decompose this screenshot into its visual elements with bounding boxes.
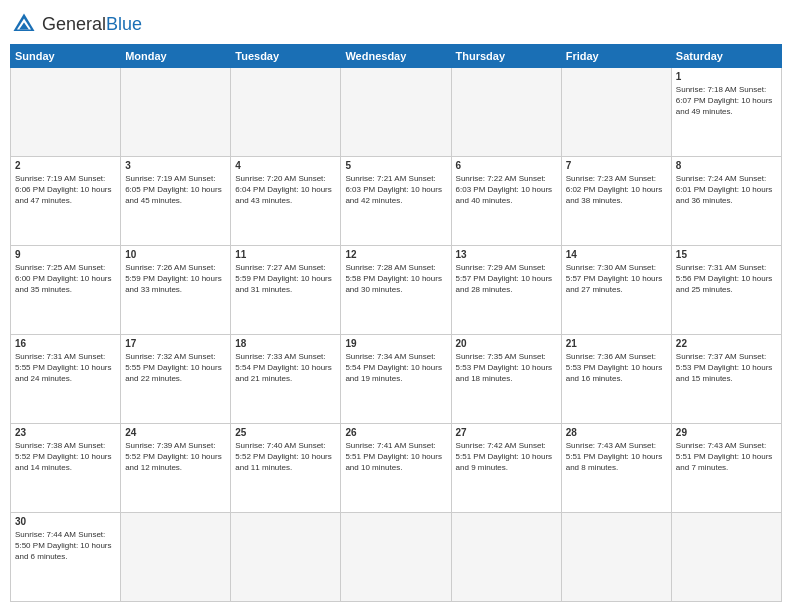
calendar-cell (231, 513, 341, 602)
calendar-cell: 30Sunrise: 7:44 AM Sunset: 5:50 PM Dayli… (11, 513, 121, 602)
day-info: Sunrise: 7:20 AM Sunset: 6:04 PM Dayligh… (235, 173, 336, 207)
day-info: Sunrise: 7:28 AM Sunset: 5:58 PM Dayligh… (345, 262, 446, 296)
day-info: Sunrise: 7:43 AM Sunset: 5:51 PM Dayligh… (566, 440, 667, 474)
day-number: 16 (15, 338, 116, 349)
calendar-cell: 12Sunrise: 7:28 AM Sunset: 5:58 PM Dayli… (341, 246, 451, 335)
day-info: Sunrise: 7:21 AM Sunset: 6:03 PM Dayligh… (345, 173, 446, 207)
calendar-cell: 1Sunrise: 7:18 AM Sunset: 6:07 PM Daylig… (671, 68, 781, 157)
calendar-week-5: 30Sunrise: 7:44 AM Sunset: 5:50 PM Dayli… (11, 513, 782, 602)
calendar-cell: 5Sunrise: 7:21 AM Sunset: 6:03 PM Daylig… (341, 157, 451, 246)
calendar-cell: 8Sunrise: 7:24 AM Sunset: 6:01 PM Daylig… (671, 157, 781, 246)
calendar-table: SundayMondayTuesdayWednesdayThursdayFrid… (10, 44, 782, 602)
calendar-cell: 22Sunrise: 7:37 AM Sunset: 5:53 PM Dayli… (671, 335, 781, 424)
calendar-cell: 27Sunrise: 7:42 AM Sunset: 5:51 PM Dayli… (451, 424, 561, 513)
calendar-cell: 23Sunrise: 7:38 AM Sunset: 5:52 PM Dayli… (11, 424, 121, 513)
calendar-cell: 9Sunrise: 7:25 AM Sunset: 6:00 PM Daylig… (11, 246, 121, 335)
day-number: 11 (235, 249, 336, 260)
logo-icon (10, 10, 38, 38)
day-number: 30 (15, 516, 116, 527)
calendar-header-row: SundayMondayTuesdayWednesdayThursdayFrid… (11, 45, 782, 68)
calendar-header-thursday: Thursday (451, 45, 561, 68)
calendar-cell (561, 513, 671, 602)
day-info: Sunrise: 7:22 AM Sunset: 6:03 PM Dayligh… (456, 173, 557, 207)
calendar-week-3: 16Sunrise: 7:31 AM Sunset: 5:55 PM Dayli… (11, 335, 782, 424)
day-number: 9 (15, 249, 116, 260)
day-info: Sunrise: 7:30 AM Sunset: 5:57 PM Dayligh… (566, 262, 667, 296)
calendar-cell: 13Sunrise: 7:29 AM Sunset: 5:57 PM Dayli… (451, 246, 561, 335)
day-info: Sunrise: 7:23 AM Sunset: 6:02 PM Dayligh… (566, 173, 667, 207)
calendar-header-saturday: Saturday (671, 45, 781, 68)
logo-general-text: General (42, 14, 106, 34)
calendar-cell: 19Sunrise: 7:34 AM Sunset: 5:54 PM Dayli… (341, 335, 451, 424)
day-number: 8 (676, 160, 777, 171)
calendar-cell: 29Sunrise: 7:43 AM Sunset: 5:51 PM Dayli… (671, 424, 781, 513)
day-info: Sunrise: 7:34 AM Sunset: 5:54 PM Dayligh… (345, 351, 446, 385)
calendar-cell (121, 513, 231, 602)
day-info: Sunrise: 7:35 AM Sunset: 5:53 PM Dayligh… (456, 351, 557, 385)
day-number: 12 (345, 249, 446, 260)
calendar-cell: 28Sunrise: 7:43 AM Sunset: 5:51 PM Dayli… (561, 424, 671, 513)
day-info: Sunrise: 7:27 AM Sunset: 5:59 PM Dayligh… (235, 262, 336, 296)
logo-blue-text: Blue (106, 14, 142, 34)
calendar-cell (561, 68, 671, 157)
calendar-cell: 20Sunrise: 7:35 AM Sunset: 5:53 PM Dayli… (451, 335, 561, 424)
day-info: Sunrise: 7:42 AM Sunset: 5:51 PM Dayligh… (456, 440, 557, 474)
day-number: 1 (676, 71, 777, 82)
day-info: Sunrise: 7:31 AM Sunset: 5:55 PM Dayligh… (15, 351, 116, 385)
calendar-cell: 15Sunrise: 7:31 AM Sunset: 5:56 PM Dayli… (671, 246, 781, 335)
day-number: 29 (676, 427, 777, 438)
calendar-cell (341, 513, 451, 602)
calendar-cell: 18Sunrise: 7:33 AM Sunset: 5:54 PM Dayli… (231, 335, 341, 424)
calendar-cell: 16Sunrise: 7:31 AM Sunset: 5:55 PM Dayli… (11, 335, 121, 424)
calendar-header-monday: Monday (121, 45, 231, 68)
calendar-week-0: 1Sunrise: 7:18 AM Sunset: 6:07 PM Daylig… (11, 68, 782, 157)
calendar-header-wednesday: Wednesday (341, 45, 451, 68)
day-info: Sunrise: 7:44 AM Sunset: 5:50 PM Dayligh… (15, 529, 116, 563)
calendar-cell: 21Sunrise: 7:36 AM Sunset: 5:53 PM Dayli… (561, 335, 671, 424)
day-info: Sunrise: 7:38 AM Sunset: 5:52 PM Dayligh… (15, 440, 116, 474)
day-info: Sunrise: 7:29 AM Sunset: 5:57 PM Dayligh… (456, 262, 557, 296)
day-number: 3 (125, 160, 226, 171)
calendar-cell: 4Sunrise: 7:20 AM Sunset: 6:04 PM Daylig… (231, 157, 341, 246)
day-number: 26 (345, 427, 446, 438)
day-info: Sunrise: 7:41 AM Sunset: 5:51 PM Dayligh… (345, 440, 446, 474)
calendar-cell (121, 68, 231, 157)
header: GeneralBlue (10, 10, 782, 38)
day-number: 28 (566, 427, 667, 438)
day-number: 27 (456, 427, 557, 438)
day-number: 22 (676, 338, 777, 349)
day-info: Sunrise: 7:43 AM Sunset: 5:51 PM Dayligh… (676, 440, 777, 474)
day-number: 20 (456, 338, 557, 349)
day-info: Sunrise: 7:36 AM Sunset: 5:53 PM Dayligh… (566, 351, 667, 385)
day-info: Sunrise: 7:19 AM Sunset: 6:05 PM Dayligh… (125, 173, 226, 207)
calendar-cell: 17Sunrise: 7:32 AM Sunset: 5:55 PM Dayli… (121, 335, 231, 424)
calendar-cell: 26Sunrise: 7:41 AM Sunset: 5:51 PM Dayli… (341, 424, 451, 513)
day-info: Sunrise: 7:25 AM Sunset: 6:00 PM Dayligh… (15, 262, 116, 296)
calendar-cell: 25Sunrise: 7:40 AM Sunset: 5:52 PM Dayli… (231, 424, 341, 513)
logo-text: GeneralBlue (42, 15, 142, 33)
logo: GeneralBlue (10, 10, 142, 38)
calendar-header-friday: Friday (561, 45, 671, 68)
day-info: Sunrise: 7:19 AM Sunset: 6:06 PM Dayligh… (15, 173, 116, 207)
calendar-cell: 3Sunrise: 7:19 AM Sunset: 6:05 PM Daylig… (121, 157, 231, 246)
calendar-header-sunday: Sunday (11, 45, 121, 68)
calendar-cell: 7Sunrise: 7:23 AM Sunset: 6:02 PM Daylig… (561, 157, 671, 246)
calendar-cell (671, 513, 781, 602)
day-info: Sunrise: 7:32 AM Sunset: 5:55 PM Dayligh… (125, 351, 226, 385)
calendar-header-tuesday: Tuesday (231, 45, 341, 68)
day-number: 15 (676, 249, 777, 260)
calendar-body: 1Sunrise: 7:18 AM Sunset: 6:07 PM Daylig… (11, 68, 782, 602)
page: GeneralBlue SundayMondayTuesdayWednesday… (0, 0, 792, 612)
day-number: 13 (456, 249, 557, 260)
day-info: Sunrise: 7:26 AM Sunset: 5:59 PM Dayligh… (125, 262, 226, 296)
day-number: 23 (15, 427, 116, 438)
day-number: 10 (125, 249, 226, 260)
day-number: 21 (566, 338, 667, 349)
day-number: 17 (125, 338, 226, 349)
day-number: 25 (235, 427, 336, 438)
day-number: 18 (235, 338, 336, 349)
day-info: Sunrise: 7:37 AM Sunset: 5:53 PM Dayligh… (676, 351, 777, 385)
calendar-week-1: 2Sunrise: 7:19 AM Sunset: 6:06 PM Daylig… (11, 157, 782, 246)
calendar-cell: 11Sunrise: 7:27 AM Sunset: 5:59 PM Dayli… (231, 246, 341, 335)
calendar-cell (231, 68, 341, 157)
